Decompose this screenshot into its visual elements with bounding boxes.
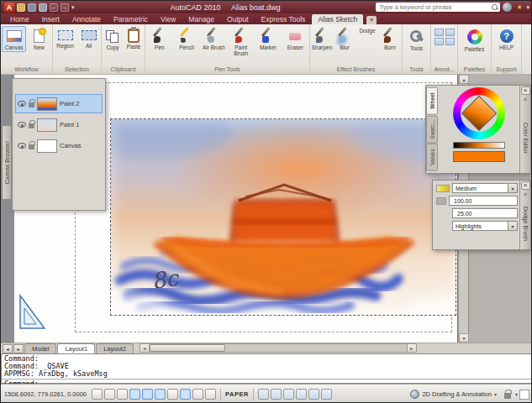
- copy-button[interactable]: Copy: [103, 26, 123, 52]
- quick-view-drawings-icon[interactable]: [271, 389, 282, 400]
- visibility-eye-icon[interactable]: [18, 122, 26, 128]
- status-menu-icon[interactable]: ▾: [515, 391, 518, 397]
- open-button[interactable]: [17, 3, 25, 12]
- pen-button[interactable]: Pen: [146, 26, 172, 52]
- tab-alias-sketch[interactable]: Alias Sketch: [312, 14, 363, 24]
- tab-parametric[interactable]: Parametric: [108, 14, 154, 24]
- scroll-down-icon[interactable]: ▾: [459, 333, 469, 343]
- quick-view-layouts-icon[interactable]: [258, 389, 269, 400]
- zoom-icon[interactable]: [296, 389, 307, 400]
- close-icon[interactable]: ×: [521, 86, 530, 95]
- toggle-grid[interactable]: [104, 389, 115, 400]
- tools-button[interactable]: Tools: [403, 26, 429, 53]
- search-input[interactable]: [377, 3, 492, 11]
- ribbon-state-icon[interactable]: ▾: [366, 16, 377, 24]
- tab-home[interactable]: Home: [4, 14, 35, 24]
- dodge-button[interactable]: Dodge: [356, 26, 378, 35]
- communication-center-icon[interactable]: [503, 3, 512, 12]
- tab-nav-left-icon[interactable]: ◂: [3, 344, 13, 353]
- layer-row-canvas[interactable]: Canvas: [15, 136, 103, 155]
- tab-model[interactable]: Model: [24, 343, 56, 353]
- toggle-qp[interactable]: [205, 389, 216, 400]
- toggle-ducs[interactable]: [167, 389, 178, 400]
- paste-button[interactable]: Paste: [124, 26, 144, 51]
- blur-button[interactable]: Blur: [334, 26, 356, 52]
- brush-size-dropdown[interactable]: Medium ▾: [452, 183, 518, 193]
- opacity-input[interactable]: [452, 197, 514, 205]
- infocenter-search[interactable]: [376, 3, 500, 12]
- annotation-tool-icon[interactable]: [445, 38, 455, 45]
- range-dropdown[interactable]: Highlights ▾: [452, 221, 518, 231]
- select-all-button[interactable]: All: [77, 26, 100, 50]
- autocad-logo-icon[interactable]: A: [4, 3, 14, 13]
- pencil-button[interactable]: Pencil: [173, 26, 199, 52]
- redo-button[interactable]: →: [61, 3, 69, 12]
- scroll-right-icon[interactable]: ▸: [407, 344, 416, 352]
- toggle-otrack[interactable]: [155, 389, 166, 400]
- toggle-snap[interactable]: [92, 389, 103, 400]
- pan-icon[interactable]: [283, 389, 294, 400]
- annotation-tool-icon[interactable]: [435, 29, 444, 36]
- tab-annotate[interactable]: Annotate: [66, 14, 107, 24]
- lock-icon[interactable]: [29, 102, 34, 107]
- exposure-input[interactable]: [456, 210, 514, 217]
- hue-ring[interactable]: [453, 87, 505, 139]
- scroll-up-icon[interactable]: ▴: [459, 75, 469, 84]
- chevron-down-icon[interactable]: ▾: [508, 222, 517, 230]
- visibility-eye-icon[interactable]: [18, 101, 26, 107]
- toggle-ortho[interactable]: [117, 389, 128, 400]
- burn-button[interactable]: Burn: [379, 26, 401, 52]
- canvas-browser-tab[interactable]: Canvas Browser: [2, 125, 12, 200]
- sharpen-button[interactable]: Sharpen: [311, 26, 333, 52]
- command-window[interactable]: Command: Command: _QSAVE APPMSG: ArxDbg,…: [1, 353, 532, 384]
- region-button[interactable]: Region: [54, 26, 76, 50]
- new-button[interactable]: New: [27, 26, 51, 52]
- infocenter-dropdown-icon[interactable]: ▾: [526, 4, 529, 11]
- tab-layout1[interactable]: Layout1: [57, 343, 95, 353]
- steering-wheel-icon[interactable]: [308, 389, 319, 400]
- visibility-eye-icon[interactable]: [18, 143, 26, 149]
- plot-button[interactable]: [39, 3, 47, 12]
- tab-nav-right-icon[interactable]: ▸: [13, 344, 24, 353]
- lock-icon[interactable]: [29, 144, 34, 149]
- favorites-star-icon[interactable]: ★: [514, 3, 524, 12]
- save-button[interactable]: [28, 3, 36, 12]
- tab-wheel[interactable]: Wheel: [426, 87, 438, 115]
- show-motion-icon[interactable]: [321, 389, 332, 400]
- palettes-button[interactable]: Palettes: [459, 26, 490, 54]
- toggle-lwt[interactable]: [192, 389, 203, 400]
- drawing-area[interactable]: 8c Canvas Browser Paint 2: [1, 75, 532, 343]
- collapse-chevrons-icon[interactable]: «: [524, 191, 527, 197]
- exposure-field[interactable]: [452, 208, 518, 218]
- opacity-field[interactable]: [449, 196, 518, 206]
- canvas-button[interactable]: Canvas: [2, 26, 26, 52]
- tab-manage[interactable]: Manage: [182, 14, 220, 24]
- horizontal-scrollbar[interactable]: ◂ ▸: [140, 343, 417, 353]
- eraser-button[interactable]: Eraser: [282, 26, 308, 52]
- annotation-tool-icon[interactable]: [435, 38, 444, 45]
- sketch-canvas[interactable]: 8c: [111, 119, 456, 315]
- paper-model-toggle[interactable]: PAPER: [225, 390, 249, 398]
- tab-swatches[interactable]: Swatc...: [426, 116, 438, 144]
- clean-screen-button[interactable]: [519, 390, 529, 400]
- tab-insert[interactable]: Insert: [36, 14, 66, 24]
- toolbar-lock-icon[interactable]: [504, 393, 511, 399]
- layer-row-paint1[interactable]: Paint 1: [15, 115, 103, 134]
- toggle-osnap[interactable]: [142, 389, 153, 400]
- search-icon[interactable]: [492, 4, 498, 11]
- lock-icon[interactable]: [29, 123, 34, 128]
- tab-layout2[interactable]: Layout2: [96, 343, 134, 353]
- tab-express-tools[interactable]: Express Tools: [255, 14, 312, 24]
- scroll-left-icon[interactable]: ◂: [140, 344, 150, 352]
- paint-brush-button[interactable]: Paint Brush: [228, 26, 254, 58]
- close-icon[interactable]: ×: [521, 181, 530, 190]
- layer-row-paint2[interactable]: Paint 2: [15, 94, 103, 113]
- toggle-polar[interactable]: [129, 389, 140, 400]
- tab-values[interactable]: Values: [426, 144, 438, 171]
- undo-button[interactable]: ←: [50, 3, 58, 12]
- marker-button[interactable]: Marker: [255, 26, 281, 52]
- horizontal-scroll-thumb[interactable]: [150, 344, 225, 352]
- annotation-tool-icon[interactable]: [445, 29, 455, 36]
- chevron-down-icon[interactable]: ▾: [508, 184, 517, 192]
- saturation-diamond[interactable]: [461, 96, 496, 131]
